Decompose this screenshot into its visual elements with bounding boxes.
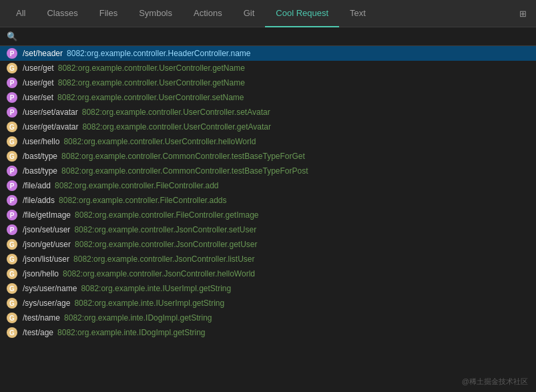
route-path: /bast/type — [23, 152, 57, 161]
search-icon: 🔍 — [7, 31, 17, 41]
route-detail: 8082:org.example.controller.FileControll… — [75, 210, 258, 220]
list-item[interactable]: G/json/hello8082:org.example.controller.… — [0, 266, 536, 281]
route-detail: 8082:org.example.controller.UserControll… — [82, 108, 270, 117]
route-path: /sys/user/name — [23, 284, 77, 293]
badge-g: G — [7, 151, 17, 162]
route-path: /json/hello — [23, 269, 59, 278]
route-detail: 8082:org.example.controller.UserControll… — [63, 137, 256, 146]
route-detail: 8082:org.example.controller.UserControll… — [58, 63, 245, 73]
list-item[interactable]: P/set/header8082:org.example.controller.… — [0, 46, 536, 61]
badge-g: G — [7, 254, 17, 264]
search-input[interactable] — [21, 31, 529, 41]
route-path: /user/get — [23, 63, 54, 73]
badge-p: P — [7, 92, 17, 103]
route-detail: 8082:org.example.controller.CommonContro… — [61, 166, 308, 176]
route-path: /test/age — [23, 328, 53, 337]
list-item[interactable]: G/user/get/avatar8082:org.example.contro… — [0, 120, 536, 134]
list-item[interactable]: G/json/list/user8082:org.example.control… — [0, 252, 536, 266]
route-path: /json/list/user — [23, 254, 69, 264]
badge-p: P — [7, 107, 17, 118]
list-item[interactable]: P/user/set/avatar8082:org.example.contro… — [0, 105, 536, 120]
search-bar: 🔍 — [0, 27, 536, 46]
tab-bar: AllClassesFilesSymbolsActionsGitCool Req… — [0, 0, 536, 27]
route-path: /user/set — [23, 93, 53, 102]
list-item[interactable]: P/bast/type8082:org.example.controller.C… — [0, 164, 536, 178]
list-item[interactable]: G/sys/user/name8082:org.example.inte.IUs… — [0, 281, 536, 296]
route-detail: 8082:org.example.controller.FileControll… — [59, 196, 226, 205]
route-path: /test/name — [23, 313, 60, 323]
list-item[interactable]: G/test/name8082:org.example.inte.IDogImp… — [0, 311, 536, 325]
list-item[interactable]: G/json/get/user8082:org.example.controll… — [0, 237, 536, 252]
route-detail: 8082:org.example.controller.JsonControll… — [74, 225, 256, 234]
tab-cool-request[interactable]: Cool Request — [265, 0, 339, 27]
list-item[interactable]: G/user/get8082:org.example.controller.Us… — [0, 61, 536, 75]
list-item[interactable]: P/file/add8082:org.example.controller.Fi… — [0, 178, 536, 193]
badge-p: P — [7, 77, 17, 88]
badge-p: P — [7, 224, 17, 235]
badge-p: P — [7, 195, 17, 206]
route-detail: 8082:org.example.controller.JsonControll… — [63, 269, 255, 278]
badge-g: G — [7, 298, 17, 309]
route-detail: 8082:org.example.inte.IUserImpl.getStrin… — [74, 299, 224, 308]
list-item[interactable]: G/test/age8082:org.example.inte.IDogImpl… — [0, 325, 536, 340]
tab-text[interactable]: Text — [339, 0, 376, 27]
route-detail: 8082:org.example.controller.JsonControll… — [75, 240, 257, 249]
list-item[interactable]: P/user/get8082:org.example.controller.Us… — [0, 75, 536, 90]
expand-icon[interactable]: ⊞ — [515, 5, 531, 21]
route-path: /user/hello — [23, 137, 59, 146]
route-detail: 8082:org.example.controller.UserControll… — [57, 93, 244, 102]
route-path: /user/get — [23, 78, 54, 87]
list-item[interactable]: P/json/set/user8082:org.example.controll… — [0, 222, 536, 237]
route-path: /json/get/user — [23, 240, 71, 249]
route-detail: 8082:org.example.controller.JsonControll… — [73, 254, 254, 264]
route-detail: 8082:org.example.inte.IDogImpl.getString — [57, 328, 205, 337]
route-path: /file/add — [23, 181, 51, 190]
tab-actions[interactable]: Actions — [183, 0, 233, 27]
tab-all[interactable]: All — [5, 0, 36, 27]
badge-g: G — [7, 136, 17, 147]
tab-files[interactable]: Files — [89, 0, 128, 27]
list-item[interactable]: G/bast/type8082:org.example.controller.C… — [0, 149, 536, 164]
list-item[interactable]: P/file/adds8082:org.example.controller.F… — [0, 193, 536, 208]
route-detail: 8082:org.example.controller.FileControll… — [55, 181, 218, 190]
badge-p: P — [7, 210, 17, 220]
route-path: /file/getImage — [23, 210, 71, 220]
badge-g: G — [7, 63, 17, 73]
badge-g: G — [7, 313, 17, 323]
route-detail: 8082:org.example.inte.IUserImpl.getStrin… — [81, 284, 231, 293]
results-list: P/set/header8082:org.example.controller.… — [0, 46, 536, 387]
route-path: /json/set/user — [23, 225, 70, 234]
route-detail: 8082:org.example.controller.UserControll… — [82, 122, 271, 132]
route-path: /user/get/avatar — [23, 122, 78, 132]
badge-p: P — [7, 166, 17, 176]
list-item[interactable]: G/user/hello8082:org.example.controller.… — [0, 134, 536, 149]
tab-classes[interactable]: Classes — [36, 0, 88, 27]
route-detail: 8082:org.example.controller.HeaderContro… — [67, 49, 251, 58]
badge-g: G — [7, 283, 17, 294]
route-detail: 8082:org.example.inte.IDogImpl.getString — [64, 313, 212, 323]
route-detail: 8082:org.example.controller.CommonContro… — [61, 152, 305, 161]
route-path: /file/adds — [23, 196, 55, 205]
watermark: @稀土掘金技术社区 — [462, 377, 528, 387]
badge-g: G — [7, 268, 17, 279]
tab-git[interactable]: Git — [233, 0, 266, 27]
badge-p: P — [7, 180, 17, 191]
route-detail: 8082:org.example.controller.UserControll… — [58, 78, 245, 87]
list-item[interactable]: P/user/set8082:org.example.controller.Us… — [0, 90, 536, 105]
tab-symbols[interactable]: Symbols — [128, 0, 183, 27]
list-item[interactable]: P/file/getImage8082:org.example.controll… — [0, 208, 536, 222]
list-item[interactable]: G/sys/user/age8082:org.example.inte.IUse… — [0, 296, 536, 311]
badge-g: G — [7, 327, 17, 338]
badge-g: G — [7, 122, 17, 132]
badge-g: G — [7, 239, 17, 250]
route-path: /sys/user/age — [23, 299, 70, 308]
badge-p: P — [7, 48, 17, 59]
route-path: /set/header — [23, 49, 63, 58]
route-path: /bast/type — [23, 166, 57, 176]
route-path: /user/set/avatar — [23, 108, 78, 117]
